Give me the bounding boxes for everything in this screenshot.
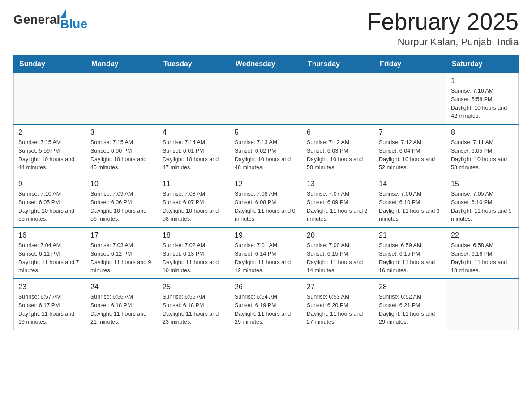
logo-triangle-icon [60, 9, 66, 18]
day-number: 16 [18, 231, 81, 240]
logo-general-text: General [13, 13, 60, 26]
week-row-5: 23Sunrise: 6:57 AM Sunset: 6:17 PM Dayli… [14, 279, 519, 330]
day-info: Sunrise: 6:56 AM Sunset: 6:18 PM Dayligh… [90, 293, 153, 326]
day-number: 7 [379, 128, 442, 137]
day-info: Sunrise: 7:00 AM Sunset: 6:15 PM Dayligh… [307, 241, 369, 275]
week-row-3: 9Sunrise: 7:10 AM Sunset: 6:05 PM Daylig… [14, 176, 519, 227]
calendar-cell: 10Sunrise: 7:09 AM Sunset: 6:06 PM Dayli… [86, 176, 158, 227]
calendar-cell: 22Sunrise: 6:58 AM Sunset: 6:16 PM Dayli… [446, 227, 519, 279]
day-number: 5 [235, 128, 297, 137]
day-number: 3 [90, 128, 153, 137]
day-number: 23 [18, 283, 81, 291]
weekday-header-row: SundayMondayTuesdayWednesdayThursdayFrid… [14, 56, 519, 73]
day-info: Sunrise: 6:53 AM Sunset: 6:20 PM Dayligh… [307, 293, 369, 326]
day-number: 17 [90, 231, 153, 240]
calendar-cell: 2Sunrise: 7:15 AM Sunset: 5:59 PM Daylig… [14, 124, 86, 176]
day-number: 9 [18, 180, 81, 188]
calendar-cell: 4Sunrise: 7:14 AM Sunset: 6:01 PM Daylig… [158, 124, 230, 176]
day-number: 13 [307, 180, 369, 188]
day-info: Sunrise: 6:58 AM Sunset: 6:16 PM Dayligh… [451, 241, 514, 275]
calendar-cell: 12Sunrise: 7:08 AM Sunset: 6:08 PM Dayli… [230, 176, 302, 227]
calendar-cell: 5Sunrise: 7:13 AM Sunset: 6:02 PM Daylig… [230, 124, 302, 176]
day-info: Sunrise: 7:15 AM Sunset: 5:59 PM Dayligh… [18, 138, 81, 172]
calendar-cell: 20Sunrise: 7:00 AM Sunset: 6:15 PM Dayli… [302, 227, 374, 279]
calendar-cell: 6Sunrise: 7:12 AM Sunset: 6:03 PM Daylig… [302, 124, 374, 176]
week-row-1: 1Sunrise: 7:16 AM Sunset: 5:58 PM Daylig… [14, 73, 519, 124]
calendar-cell: 26Sunrise: 6:54 AM Sunset: 6:19 PM Dayli… [230, 279, 302, 330]
day-info: Sunrise: 7:09 AM Sunset: 6:06 PM Dayligh… [90, 190, 153, 223]
day-number: 8 [451, 128, 514, 137]
calendar-cell [86, 73, 158, 124]
day-number: 2 [18, 128, 81, 137]
page-header: General Blue February 2025 Nurpur Kalan,… [13, 9, 519, 48]
weekday-header-tuesday: Tuesday [158, 56, 230, 73]
day-info: Sunrise: 7:01 AM Sunset: 6:14 PM Dayligh… [235, 241, 297, 275]
day-number: 1 [451, 77, 514, 85]
week-row-4: 16Sunrise: 7:04 AM Sunset: 6:11 PM Dayli… [14, 227, 519, 279]
day-number: 11 [163, 180, 225, 188]
day-number: 24 [90, 283, 153, 291]
day-number: 26 [235, 283, 297, 291]
calendar-cell [230, 73, 302, 124]
calendar-cell [374, 73, 446, 124]
calendar-cell: 7Sunrise: 7:12 AM Sunset: 6:04 PM Daylig… [374, 124, 446, 176]
logo: General Blue [13, 9, 87, 30]
day-info: Sunrise: 7:12 AM Sunset: 6:04 PM Dayligh… [379, 138, 442, 172]
day-number: 10 [90, 180, 153, 188]
day-number: 14 [379, 180, 442, 188]
day-number: 6 [307, 128, 369, 137]
day-info: Sunrise: 7:08 AM Sunset: 6:07 PM Dayligh… [163, 190, 225, 223]
day-info: Sunrise: 6:55 AM Sunset: 6:18 PM Dayligh… [163, 293, 225, 326]
day-info: Sunrise: 7:16 AM Sunset: 5:58 PM Dayligh… [451, 87, 514, 120]
day-number: 15 [451, 180, 514, 188]
day-number: 25 [163, 283, 225, 291]
day-number: 4 [163, 128, 225, 137]
calendar-cell: 24Sunrise: 6:56 AM Sunset: 6:18 PM Dayli… [86, 279, 158, 330]
location-title: Nurpur Kalan, Punjab, India [367, 36, 519, 48]
day-info: Sunrise: 7:14 AM Sunset: 6:01 PM Dayligh… [163, 138, 225, 172]
day-info: Sunrise: 7:15 AM Sunset: 6:00 PM Dayligh… [90, 138, 153, 172]
day-info: Sunrise: 7:04 AM Sunset: 6:11 PM Dayligh… [18, 241, 81, 275]
day-info: Sunrise: 7:03 AM Sunset: 6:12 PM Dayligh… [90, 241, 153, 275]
day-info: Sunrise: 7:11 AM Sunset: 6:05 PM Dayligh… [451, 138, 514, 172]
calendar-cell: 21Sunrise: 6:59 AM Sunset: 6:15 PM Dayli… [374, 227, 446, 279]
calendar-cell: 8Sunrise: 7:11 AM Sunset: 6:05 PM Daylig… [446, 124, 519, 176]
day-number: 28 [379, 283, 442, 291]
calendar-cell: 3Sunrise: 7:15 AM Sunset: 6:00 PM Daylig… [86, 124, 158, 176]
day-info: Sunrise: 7:05 AM Sunset: 6:10 PM Dayligh… [451, 190, 514, 223]
calendar-cell [14, 73, 86, 124]
day-number: 18 [163, 231, 225, 240]
calendar-cell: 18Sunrise: 7:02 AM Sunset: 6:13 PM Dayli… [158, 227, 230, 279]
calendar-cell: 25Sunrise: 6:55 AM Sunset: 6:18 PM Dayli… [158, 279, 230, 330]
day-number: 22 [451, 231, 514, 240]
day-info: Sunrise: 7:06 AM Sunset: 6:10 PM Dayligh… [379, 190, 442, 223]
weekday-header-monday: Monday [86, 56, 158, 73]
calendar-cell [446, 279, 519, 330]
day-info: Sunrise: 7:02 AM Sunset: 6:13 PM Dayligh… [163, 241, 225, 275]
calendar-cell: 19Sunrise: 7:01 AM Sunset: 6:14 PM Dayli… [230, 227, 302, 279]
day-info: Sunrise: 6:59 AM Sunset: 6:15 PM Dayligh… [379, 241, 442, 275]
calendar-cell: 27Sunrise: 6:53 AM Sunset: 6:20 PM Dayli… [302, 279, 374, 330]
calendar-cell: 9Sunrise: 7:10 AM Sunset: 6:05 PM Daylig… [14, 176, 86, 227]
day-info: Sunrise: 6:57 AM Sunset: 6:17 PM Dayligh… [18, 293, 81, 326]
weekday-header-sunday: Sunday [14, 56, 86, 73]
day-info: Sunrise: 6:52 AM Sunset: 6:21 PM Dayligh… [379, 293, 442, 326]
weekday-header-wednesday: Wednesday [230, 56, 302, 73]
day-info: Sunrise: 7:10 AM Sunset: 6:05 PM Dayligh… [18, 190, 81, 223]
title-area: February 2025 Nurpur Kalan, Punjab, Indi… [367, 9, 519, 48]
day-number: 20 [307, 231, 369, 240]
weekday-header-friday: Friday [374, 56, 446, 73]
weekday-header-thursday: Thursday [302, 56, 374, 73]
calendar-cell: 11Sunrise: 7:08 AM Sunset: 6:07 PM Dayli… [158, 176, 230, 227]
calendar-cell: 15Sunrise: 7:05 AM Sunset: 6:10 PM Dayli… [446, 176, 519, 227]
logo-blue-text: Blue [60, 18, 87, 30]
weekday-header-saturday: Saturday [446, 56, 519, 73]
calendar-cell: 1Sunrise: 7:16 AM Sunset: 5:58 PM Daylig… [446, 73, 519, 124]
week-row-2: 2Sunrise: 7:15 AM Sunset: 5:59 PM Daylig… [14, 124, 519, 176]
calendar-cell [302, 73, 374, 124]
day-info: Sunrise: 7:12 AM Sunset: 6:03 PM Dayligh… [307, 138, 369, 172]
calendar-cell: 17Sunrise: 7:03 AM Sunset: 6:12 PM Dayli… [86, 227, 158, 279]
day-info: Sunrise: 7:08 AM Sunset: 6:08 PM Dayligh… [235, 190, 297, 223]
calendar-table: SundayMondayTuesdayWednesdayThursdayFrid… [13, 55, 519, 330]
calendar-cell: 14Sunrise: 7:06 AM Sunset: 6:10 PM Dayli… [374, 176, 446, 227]
